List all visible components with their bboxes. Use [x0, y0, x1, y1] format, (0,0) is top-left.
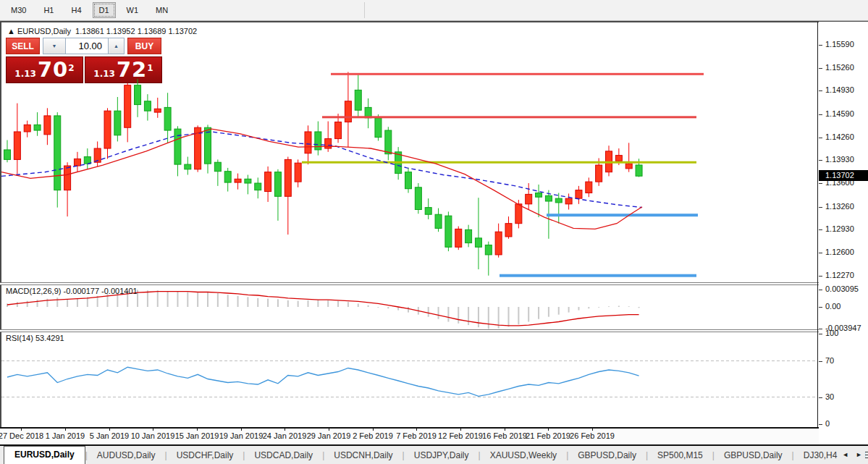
date-tick — [329, 429, 329, 431]
date-tick — [505, 429, 505, 431]
price-axis-label: 1.15260 — [825, 63, 854, 72]
chart-tab-gbpusd-daily[interactable]: GBPUSD,Daily — [568, 448, 646, 463]
timeframe-buttons: M30H1H4D1W1MN — [0, 2, 174, 18]
chart-tab-eurusd-daily[interactable]: EURUSD,Daily — [4, 446, 85, 464]
price-axis-label-tick — [819, 138, 822, 138]
rsi-axis-label-tick — [819, 361, 822, 362]
date-tick — [285, 429, 285, 431]
rsi-axis-label: 70 — [825, 356, 834, 365]
tab-nav: ◄ ► — [839, 448, 865, 461]
trading-terminal: M30H1H4D1W1MN ▲ EURUSD,Daily 1.13861 1.1… — [0, 0, 868, 464]
macd-axis-label: 0.00 — [825, 302, 840, 311]
date-axis-label: 19 Jan 2019 — [219, 431, 264, 440]
price-axis-label-tick — [819, 160, 822, 161]
date-axis-label: 29 Jan 2019 — [307, 431, 351, 440]
timeframe-button-mn[interactable]: MN — [149, 2, 174, 18]
date-axis-label: 26 Feb 2019 — [570, 431, 615, 440]
timeframe-button-h1[interactable]: H1 — [37, 2, 60, 18]
chart-tabs: EURUSD,Daily|AUDUSD,Daily|USDCHF,Daily|U… — [0, 446, 868, 464]
date-tick — [373, 429, 374, 431]
macd-axis-label: 0.003095 — [825, 284, 859, 293]
macd-label: MACD(12,26,9) -0.000177 -0.001401 — [6, 287, 138, 295]
chart-tab-usdchf-daily[interactable]: USDCHF,Daily — [167, 448, 243, 463]
price-axis-label: 1.12600 — [825, 248, 854, 256]
date-axis-label: 1 Jan 2019 — [46, 431, 85, 440]
price-axis-label-tick — [819, 45, 822, 46]
rsi-axis-label-tick — [819, 424, 822, 425]
rsi-axis-label-tick — [819, 334, 822, 334]
price-axis-label-tick — [819, 253, 822, 253]
price-axis-label-tick — [819, 207, 822, 208]
rsi-axis-label: 30 — [825, 392, 834, 401]
date-tick — [548, 429, 549, 431]
price-axis-label: 1.13260 — [825, 202, 854, 211]
price-axis-label-tick — [819, 229, 822, 230]
rsi-axis-label-tick — [819, 397, 822, 398]
chart-tab-bar: EURUSD,Daily|AUDUSD,Daily|USDCHF,Daily|U… — [0, 446, 868, 464]
rsi-axis-label: 100 — [825, 329, 838, 337]
timeframe-toolbar: M30H1H4D1W1MN — [0, 0, 868, 21]
price-axis-label: 1.15590 — [825, 40, 854, 48]
price-axis-label-tick — [819, 90, 822, 91]
price-axis-label: 1.14930 — [825, 85, 854, 94]
timeframe-button-h4[interactable]: H4 — [64, 2, 88, 18]
axis-separator-line — [817, 22, 818, 428]
price-axis-label: 1.14590 — [825, 109, 854, 118]
rsi-pane-canvas[interactable] — [1, 332, 817, 427]
date-tick — [153, 429, 153, 431]
timeframe-button-w1[interactable]: W1 — [120, 2, 146, 18]
price-axis-label-tick — [819, 114, 822, 115]
date-axis-label: 24 Jan 2019 — [263, 431, 307, 440]
date-axis-label: 21 Feb 2019 — [526, 431, 570, 440]
date-tick — [416, 429, 417, 431]
chart-tab-sp500-m15[interactable]: SP500,M15 — [648, 448, 712, 463]
price-axis-label-tick — [819, 276, 822, 277]
date-axis-label: 5 Jan 2019 — [90, 431, 129, 440]
price-axis-label: 1.14260 — [825, 132, 854, 141]
date-axis-label: 7 Feb 2019 — [396, 431, 437, 440]
chart-tab-audusd-daily[interactable]: AUDUSD,Daily — [88, 448, 165, 463]
chart-tab-usdcnh-daily[interactable]: USDCNH,Daily — [324, 448, 402, 463]
date-axis-label: 12 Feb 2019 — [438, 431, 483, 440]
date-axis-label: 2 Feb 2019 — [353, 431, 393, 440]
price-chart-canvas[interactable] — [1, 22, 817, 282]
timeframe-button-d1[interactable]: D1 — [93, 2, 116, 18]
chart-tab-usdcad-daily[interactable]: USDCAD,Daily — [245, 448, 322, 463]
price-axis[interactable]: 1.155901.152601.149301.145901.142601.139… — [819, 22, 868, 444]
chart-tab-usdjpy-daily[interactable]: USDJPY,Daily — [405, 448, 479, 463]
chart-tab-gbpusd-daily[interactable]: GBPUSD,Daily — [715, 448, 792, 463]
date-tick — [460, 429, 461, 431]
timeframe-button-m30[interactable]: M30 — [4, 2, 33, 18]
date-axis-label: 10 Jan 2019 — [131, 431, 175, 440]
date-axis-label: 15 Jan 2019 — [175, 431, 219, 440]
date-tick — [241, 429, 242, 431]
date-tick — [592, 429, 593, 431]
price-axis-label: 1.12930 — [825, 224, 854, 233]
rsi-label: RSI(14) 53.4291 — [6, 334, 64, 342]
price-axis-label: 1.12270 — [825, 271, 854, 279]
price-axis-label-tick — [819, 183, 822, 184]
macd-axis-label-tick — [819, 307, 822, 308]
current-price-tag: 1.13702 — [819, 170, 868, 181]
chart-tab-xauusd-weekly[interactable]: XAUUSD,Weekly — [481, 448, 566, 463]
tab-scroll-left-icon[interactable]: ◄ — [842, 451, 848, 458]
price-axis-label: 1.13930 — [825, 155, 854, 164]
toolbar-separator — [364, 2, 365, 18]
date-tick — [65, 429, 66, 431]
date-tick — [109, 429, 110, 431]
price-axis-label-tick — [819, 68, 822, 69]
date-axis-label: 27 Dec 2018 — [0, 431, 43, 440]
date-tick — [21, 429, 22, 431]
date-tick — [197, 429, 198, 431]
macd-axis-label-tick — [819, 290, 822, 290]
tab-scroll-right-icon[interactable]: ► — [856, 451, 862, 458]
macd-axis-label-tick — [819, 329, 822, 329]
rsi-axis-label: 0 — [825, 419, 830, 428]
date-axis[interactable]: 27 Dec 20181 Jan 20195 Jan 201910 Jan 20… — [0, 429, 868, 444]
date-axis-label: 16 Feb 2019 — [482, 431, 527, 440]
